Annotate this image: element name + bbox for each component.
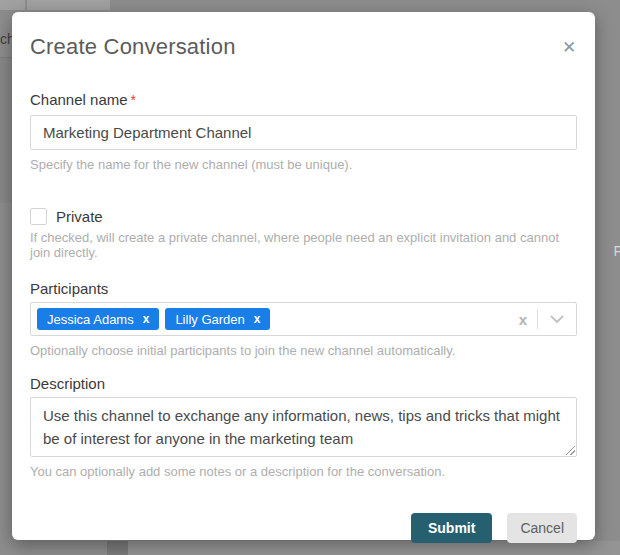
background-dimmed-panel [0, 58, 12, 203]
private-checkbox[interactable] [30, 208, 47, 225]
background-text-fragment: F [613, 243, 620, 259]
background-dimmed-panel [0, 0, 110, 10]
description-help: You can optionally add some notes or a d… [30, 464, 577, 479]
dialog-title: Create Conversation [30, 34, 577, 60]
tag-remove-icon[interactable]: x [254, 312, 261, 326]
channel-name-input[interactable] [30, 115, 577, 150]
participants-multiselect[interactable]: Jessica Adams x Lilly Garden x x [30, 302, 577, 336]
channel-name-label: Channel name* [30, 92, 577, 108]
participants-help: Optionally choose initial participants t… [30, 343, 577, 358]
channel-name-help: Specify the name for the new channel (mu… [30, 157, 577, 172]
background-dimmed-panel [107, 541, 128, 555]
participant-tag-name: Lilly Garden [175, 312, 244, 327]
dialog-footer: Submit Cancel [30, 513, 577, 543]
description-textarea-wrap: Use this channel to exchange any informa… [30, 397, 577, 457]
cancel-button[interactable]: Cancel [507, 513, 577, 543]
description-label: Description [30, 376, 577, 392]
private-checkbox-row[interactable]: Private [30, 206, 577, 226]
required-asterisk: * [131, 92, 136, 108]
participants-label: Participants [30, 281, 577, 297]
participant-tag: Jessica Adams x [37, 308, 159, 330]
screen: ch F Create Conversation ✕ Channel name*… [0, 0, 620, 555]
create-conversation-dialog: Create Conversation ✕ Channel name* Spec… [12, 12, 595, 540]
background-dimmed-panel [128, 541, 620, 555]
chevron-down-icon[interactable] [538, 315, 568, 324]
participants-tags: Jessica Adams x Lilly Garden x [37, 308, 509, 330]
resize-handle[interactable] [566, 446, 575, 455]
submit-button[interactable]: Submit [411, 513, 492, 543]
close-icon[interactable]: ✕ [557, 36, 581, 60]
dialog-header: Create Conversation ✕ [30, 12, 577, 60]
clear-selection-icon[interactable]: x [509, 311, 537, 328]
tag-remove-icon[interactable]: x [143, 312, 150, 326]
participant-tag: Lilly Garden x [165, 308, 270, 330]
private-help: If checked, will create a private channe… [30, 230, 577, 260]
description-textarea[interactable]: Use this channel to exchange any informa… [30, 397, 577, 457]
private-checkbox-label: Private [56, 208, 103, 225]
channel-name-label-text: Channel name [30, 91, 128, 108]
participant-tag-name: Jessica Adams [47, 312, 134, 327]
background-divider [25, 0, 27, 10]
